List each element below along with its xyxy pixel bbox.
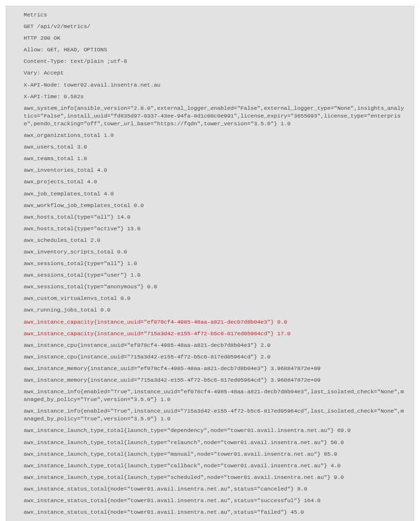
metrics-line: awx_running_jobs_total 0.0: [24, 306, 407, 314]
metrics-line: awx_instance_cpu{instance_uuid="715a3d42…: [24, 353, 407, 361]
metrics-line: Allow: GET, HEAD, OPTIONS: [24, 46, 407, 54]
metrics-line: awx_instance_memory{instance_uuid="715a3…: [24, 376, 407, 384]
metrics-line: awx_workflow_job_templates_total 0.0: [24, 202, 407, 209]
metrics-line: awx_instance_status_total{node="tower01.…: [24, 485, 407, 493]
metrics-line: Metrics: [24, 11, 407, 19]
metrics-line: awx_sessions_total{type="anonymous"} 0.0: [24, 283, 407, 291]
metrics-line: awx_instance_cpu{instance_uuid="ef078cf4…: [24, 342, 407, 349]
metrics-line: awx_sessions_total{type="user"} 1.0: [24, 271, 407, 279]
metrics-line: awx_instance_status_total{node="tower01.…: [24, 508, 407, 516]
metrics-line: Vary: Accept: [24, 69, 407, 77]
metrics-line: awx_hosts_total{type="all"} 14.0: [24, 213, 407, 221]
metrics-line: awx_users_total 3.0: [24, 143, 407, 151]
metrics-line: awx_instance_status_total{node="tower01.…: [24, 497, 407, 505]
metrics-line: awx_schedules_total 2.0: [24, 237, 407, 244]
metrics-line: awx_instance_launch_type_total{launch_ty…: [24, 462, 407, 470]
metrics-line-highlight: awx_instance_capacity{instance_uuid="715…: [24, 330, 407, 338]
metrics-line: Content-Type: text/plain ;utf-8: [24, 58, 407, 65]
metrics-line: awx_instance_info{enabled="True",instanc…: [24, 407, 407, 423]
metrics-line: X-API-Time: 0.582s: [24, 93, 407, 101]
metrics-line: awx_instance_launch_type_total{launch_ty…: [24, 439, 407, 447]
metrics-line: awx_teams_total 1.0: [24, 155, 407, 163]
metrics-line: awx_hosts_total{type="active"} 13.0: [24, 225, 407, 233]
metrics-line: awx_instance_launch_type_total{launch_ty…: [24, 427, 407, 434]
metrics-line: awx_instance_launch_type_total{launch_ty…: [24, 450, 407, 458]
metrics-line: awx_system_info{ansible_version="2.8.0",…: [24, 104, 407, 128]
metrics-line: awx_projects_total 4.0: [24, 178, 407, 186]
metrics-line: awx_custom_virtualenvs_total 0.0: [24, 295, 407, 302]
metrics-line: awx_inventory_scripts_total 0.0: [24, 248, 407, 256]
metrics-line: awx_instance_info{enabled="True",instanc…: [24, 388, 407, 403]
metrics-line: awx_organizations_total 1.0: [24, 132, 407, 139]
metrics-line: X-API-Node: tower02.avail.insentra.net.a…: [24, 81, 407, 89]
metrics-line: awx_instance_launch_type_total{launch_ty…: [24, 474, 407, 481]
metrics-line: awx_instance_memory{instance_uuid="ef078…: [24, 365, 407, 372]
metrics-line: HTTP 200 OK: [24, 34, 407, 42]
metrics-line: awx_sessions_total{type="all"} 1.0: [24, 260, 407, 268]
metrics-line: awx_job_templates_total 4.0: [24, 190, 407, 198]
metrics-code-block: MetricsGET /api/v2/metrics/HTTP 200 OKAl…: [6, 6, 414, 521]
metrics-line-highlight: awx_instance_capacity{instance_uuid="ef0…: [24, 318, 407, 326]
metrics-line: GET /api/v2/metrics/: [24, 23, 407, 30]
metrics-line: awx_inventories_total 4.0: [24, 166, 407, 174]
